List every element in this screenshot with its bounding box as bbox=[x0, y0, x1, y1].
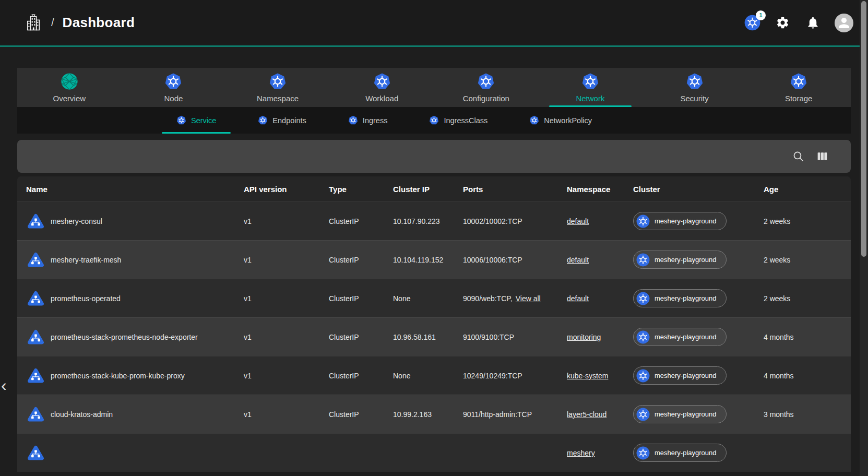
avatar[interactable] bbox=[835, 14, 853, 32]
age: 3 months bbox=[755, 410, 851, 419]
tab-network[interactable]: Network bbox=[538, 68, 643, 107]
bell-icon[interactable] bbox=[804, 15, 821, 31]
namespace-link[interactable]: default bbox=[567, 256, 589, 264]
page-scrollbar[interactable] bbox=[860, 0, 868, 476]
table-row[interactable]: prometheus-operated v1 ClusterIP None 90… bbox=[17, 279, 851, 317]
tab-node[interactable]: Node bbox=[122, 68, 226, 107]
age: 4 months bbox=[755, 372, 851, 380]
cluster-chip[interactable]: meshery-playground bbox=[633, 212, 727, 230]
namespace-link[interactable]: meshery bbox=[567, 449, 595, 457]
api-version: v1 bbox=[235, 217, 320, 225]
table-toolbar bbox=[17, 140, 851, 173]
kubernetes-icon bbox=[373, 73, 391, 90]
kubernetes-icon bbox=[164, 73, 182, 90]
age: 2 weeks bbox=[755, 217, 851, 225]
column-header-cluster-ip: Cluster IP bbox=[384, 185, 454, 194]
context-count-badge: 1 bbox=[756, 10, 766, 20]
table-row[interactable]: prometheus-stack-kube-prom-kube-proxy v1… bbox=[17, 356, 851, 395]
kubernetes-icon bbox=[636, 253, 650, 267]
api-version: v1 bbox=[235, 372, 320, 380]
cluster-chip[interactable]: meshery-playground bbox=[633, 328, 727, 346]
column-header-type: Type bbox=[320, 185, 384, 194]
search-icon[interactable] bbox=[791, 150, 805, 163]
kubernetes-icon bbox=[636, 446, 650, 460]
subtab-networkpolicy[interactable]: NetworkPolicy bbox=[508, 107, 613, 134]
service-name: prometheus-stack-kube-prom-kube-proxy bbox=[51, 372, 185, 380]
table-row[interactable]: meshery-consul v1 ClusterIP 10.107.90.22… bbox=[17, 201, 851, 240]
age: 4 months bbox=[755, 333, 851, 341]
kubernetes-icon bbox=[686, 73, 704, 90]
namespace-link[interactable]: monitoring bbox=[567, 333, 601, 341]
column-header-namespace: Namespace bbox=[558, 185, 624, 194]
service-name: cloud-kratos-admin bbox=[51, 410, 113, 419]
cluster-name: meshery-playground bbox=[655, 256, 717, 264]
collapse-drawer-chevron-icon[interactable]: ‹ bbox=[1, 377, 7, 394]
service-type: ClusterIP bbox=[320, 256, 384, 264]
subtab-ingress[interactable]: Ingress bbox=[327, 107, 409, 134]
subtab-endpoints[interactable]: Endpoints bbox=[237, 107, 327, 134]
age: 2 weeks bbox=[755, 294, 851, 303]
cluster-chip[interactable]: meshery-playground bbox=[633, 366, 727, 385]
service-type: ClusterIP bbox=[320, 294, 384, 303]
kubernetes-icon bbox=[529, 115, 539, 125]
cluster-chip[interactable]: meshery-playground bbox=[633, 405, 727, 423]
ports: 9011/http-admin:TCP bbox=[463, 410, 532, 419]
cluster-chip[interactable]: meshery-playground bbox=[633, 444, 727, 462]
kubernetes-icon bbox=[429, 115, 439, 125]
namespace-link[interactable]: layer5-cloud bbox=[567, 410, 607, 419]
tab-configuration[interactable]: Configuration bbox=[434, 68, 539, 107]
ports: 10002/10002:TCP bbox=[463, 217, 522, 225]
service-icon bbox=[26, 250, 45, 269]
network-resource-subtabs: Service Endpoints Ingress IngressClass N… bbox=[17, 107, 851, 134]
column-header-api-version: API version bbox=[235, 185, 320, 194]
namespace-link[interactable]: default bbox=[567, 294, 589, 303]
tab-namespace[interactable]: Namespace bbox=[225, 68, 330, 107]
service-type: ClusterIP bbox=[320, 217, 384, 225]
kubernetes-icon bbox=[176, 115, 186, 125]
service-name: prometheus-operated bbox=[51, 294, 121, 303]
resource-category-tabs: Overview Node Namespace Workload Con bbox=[17, 68, 851, 107]
api-version: v1 bbox=[235, 294, 320, 303]
service-name: meshery-traefik-mesh bbox=[51, 256, 121, 264]
cluster-chip[interactable]: meshery-playground bbox=[633, 289, 727, 307]
view-columns-icon[interactable] bbox=[815, 150, 829, 163]
view-all-ports-link[interactable]: View all bbox=[516, 294, 541, 303]
column-header-age: Age bbox=[755, 185, 851, 194]
table-row[interactable]: cloud-kratos-admin v1 ClusterIP 10.99.2.… bbox=[17, 395, 851, 433]
ports: 9100/9100:TCP bbox=[463, 333, 514, 341]
table-row[interactable]: meshery-traefik-mesh v1 ClusterIP 10.104… bbox=[17, 240, 851, 279]
service-icon bbox=[26, 289, 45, 308]
gear-icon[interactable] bbox=[774, 15, 791, 31]
kubernetes-icon bbox=[477, 73, 495, 90]
kubernetes-icon bbox=[636, 292, 650, 305]
scrollbar-thumb[interactable] bbox=[861, 1, 866, 257]
service-icon bbox=[26, 327, 45, 347]
page-title: Dashboard bbox=[63, 15, 135, 31]
tab-security[interactable]: Security bbox=[643, 68, 747, 107]
cluster-chip[interactable]: meshery-playground bbox=[633, 251, 727, 269]
service-name: prometheus-stack-prometheus-node-exporte… bbox=[51, 333, 198, 341]
kubernetes-context-icon[interactable]: 1 bbox=[744, 15, 760, 31]
cluster-name: meshery-playground bbox=[655, 410, 717, 418]
column-header-cluster: Cluster bbox=[624, 185, 755, 194]
kubernetes-icon bbox=[258, 115, 268, 125]
tab-overview[interactable]: Overview bbox=[17, 68, 122, 107]
tab-workload[interactable]: Workload bbox=[330, 68, 434, 107]
service-type: ClusterIP bbox=[320, 333, 384, 341]
age: 2 weeks bbox=[755, 256, 851, 264]
table-row[interactable]: meshery meshery-playground bbox=[17, 433, 851, 472]
cluster-ip: None bbox=[384, 372, 454, 380]
kubernetes-icon bbox=[636, 330, 650, 344]
subtab-ingressclass[interactable]: IngressClass bbox=[408, 107, 508, 134]
cluster-name: meshery-playground bbox=[655, 217, 717, 225]
organization-building-icon[interactable] bbox=[24, 14, 43, 32]
table-row[interactable]: prometheus-stack-prometheus-node-exporte… bbox=[17, 317, 851, 356]
ports: 10006/10006:TCP bbox=[463, 256, 522, 264]
tab-storage[interactable]: Storage bbox=[746, 68, 851, 107]
kubernetes-icon bbox=[581, 73, 599, 90]
table-header-row: NameAPI versionTypeCluster IPPortsNamesp… bbox=[17, 176, 851, 201]
namespace-link[interactable]: kube-system bbox=[567, 372, 608, 380]
subtab-service[interactable]: Service bbox=[156, 107, 237, 134]
namespace-link[interactable]: default bbox=[567, 217, 589, 225]
service-type: ClusterIP bbox=[320, 372, 384, 380]
